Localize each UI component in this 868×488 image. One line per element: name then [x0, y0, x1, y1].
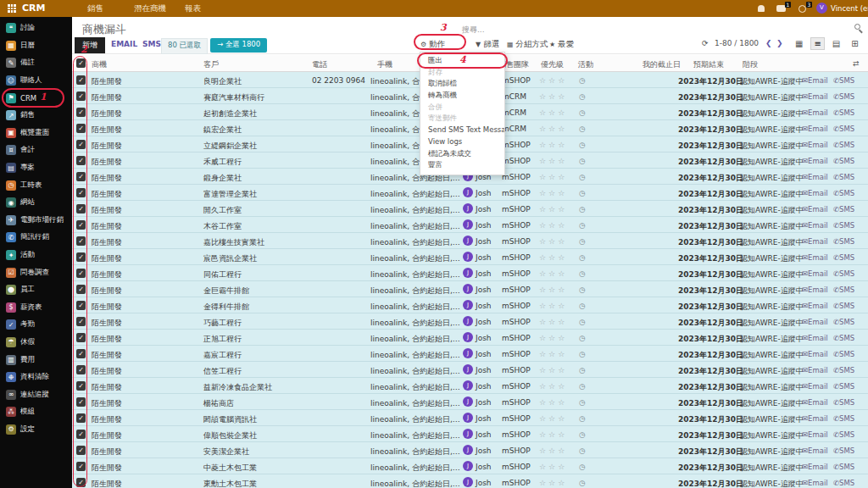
- sidebar-item-modules[interactable]: ⁂模組: [0, 403, 72, 421]
- priority-stars[interactable]: ☆☆☆: [539, 382, 567, 391]
- sms-button[interactable]: ✆SMS: [833, 157, 854, 165]
- activity-icon[interactable]: ◷: [579, 318, 586, 326]
- pager-prev[interactable]: ❮: [765, 39, 772, 47]
- priority-stars[interactable]: ☆☆☆: [539, 334, 567, 342]
- table-row[interactable]: ✓陌生開發東勳土木包工業lineoalink, 合約起始日, 合約到期...JJ…: [72, 474, 868, 488]
- activity-icon[interactable]: ◷: [579, 237, 586, 246]
- priority-stars[interactable]: ☆☆☆: [539, 318, 567, 326]
- table-row[interactable]: ✓陌生開發嘉比樓生技實業社lineoalink, 合約起始日, 合約到期...J…: [72, 233, 868, 249]
- priority-stars[interactable]: ☆☆☆: [539, 221, 567, 230]
- priority-stars[interactable]: ☆☆☆: [539, 205, 567, 214]
- sms-button[interactable]: ✆SMS: [833, 76, 854, 85]
- table-row[interactable]: ✓陌生開發信笠工程行lineoalink, 合約起始日, 合約到期...JJos…: [72, 362, 868, 378]
- sidebar-item-sms-marketing[interactable]: ✆簡訊行銷: [0, 229, 72, 247]
- priority-stars[interactable]: ☆☆☆: [539, 430, 567, 439]
- activity-icon[interactable]: ◷: [579, 334, 586, 342]
- pager-next[interactable]: ❯: [776, 39, 783, 47]
- row-checkbox[interactable]: ✓: [76, 172, 86, 181]
- row-checkbox[interactable]: ✓: [76, 413, 86, 423]
- priority-stars[interactable]: ☆☆☆: [539, 302, 567, 310]
- sidebar-item-timesheets[interactable]: ◷工時表: [0, 176, 72, 194]
- sms-button[interactable]: ✆SMS: [833, 286, 854, 294]
- sidebar-item-website[interactable]: ◉網站: [0, 194, 72, 212]
- groupby-button[interactable]: ▦分組方式: [507, 39, 548, 50]
- row-checkbox[interactable]: ✓: [76, 365, 86, 374]
- sidebar-item-events[interactable]: ✦活動: [0, 247, 72, 264]
- sms-button[interactable]: ✆SMS: [833, 108, 854, 117]
- email-button[interactable]: ✉Email: [802, 221, 828, 230]
- bell-icon[interactable]: [758, 5, 765, 12]
- email-button[interactable]: ✉Email: [802, 253, 828, 262]
- column-header[interactable]: 手機: [377, 59, 392, 70]
- column-header[interactable]: 電話: [312, 59, 327, 70]
- sms-button[interactable]: SMS: [142, 40, 161, 48]
- sidebar-item-dashboards[interactable]: ▣概覽畫面: [0, 125, 72, 142]
- list-view-icon[interactable]: ≡: [810, 37, 824, 50]
- row-checkbox[interactable]: ✓: [76, 140, 86, 149]
- priority-stars[interactable]: ☆☆☆: [539, 125, 567, 133]
- column-header[interactable]: 客戶: [203, 59, 219, 70]
- priority-stars[interactable]: ☆☆☆: [539, 366, 567, 374]
- action-item-封存[interactable]: 封存: [420, 67, 504, 79]
- column-header[interactable]: 活動: [578, 59, 593, 70]
- email-button[interactable]: ✉Email: [802, 350, 828, 358]
- email-button[interactable]: ✉Email: [802, 189, 828, 197]
- row-checkbox[interactable]: ✓: [76, 236, 86, 246]
- priority-stars[interactable]: ☆☆☆: [539, 463, 567, 471]
- row-checkbox[interactable]: ✓: [76, 478, 86, 487]
- activity-icon[interactable]: ◷: [579, 125, 586, 133]
- row-checkbox[interactable]: ✓: [76, 252, 86, 262]
- row-checkbox[interactable]: ✓: [76, 430, 86, 439]
- email-button[interactable]: ✉Email: [802, 108, 828, 117]
- actions-button[interactable]: ⚙動作: [420, 39, 445, 50]
- sidebar-item-discuss[interactable]: ❝討論: [0, 19, 72, 37]
- row-checkbox[interactable]: ✓: [76, 269, 86, 278]
- table-row[interactable]: ✓陌生開發金巨霸牛排館lineoalink, 合約起始日, 合約到期...JJo…: [72, 281, 868, 297]
- action-item-取消歸檔[interactable]: 取消歸檔: [420, 78, 504, 90]
- activity-icon[interactable]: ◷: [579, 205, 586, 214]
- sms-button[interactable]: ✆SMS: [833, 446, 854, 455]
- activity-icon[interactable]: ◷: [579, 92, 586, 101]
- sidebar-item-timeoff[interactable]: ☂休假: [0, 334, 72, 352]
- activity-icon[interactable]: ◷: [579, 286, 586, 294]
- table-row[interactable]: ✓陌生開發金得利牛排館lineoalink, 合約起始日, 合約到期...JJo…: [72, 297, 868, 313]
- sidebar-item-payroll[interactable]: $薪資表: [0, 299, 72, 317]
- table-row[interactable]: ✓陌生開發嘉宸工程行lineoalink, 合約起始日, 合約到期...JJos…: [72, 346, 868, 362]
- sidebar-item-sales[interactable]: ↗銷售: [0, 107, 72, 125]
- table-row[interactable]: ✓陌生開發開久工作室lineoalink, 合約起始日, 合約到期...JJos…: [72, 201, 868, 217]
- sms-button[interactable]: ✆SMS: [833, 414, 854, 423]
- sms-button[interactable]: ✆SMS: [833, 221, 854, 230]
- table-row[interactable]: ✓陌生開發中菱土木包工業lineoalink, 合約起始日, 合約到期...JJ…: [72, 458, 868, 474]
- sms-button[interactable]: ✆SMS: [833, 479, 854, 487]
- table-row[interactable]: ✓陌生開發益新冷凍食品企業社lineoalink, 合約起始日, 合約到期...…: [72, 378, 868, 394]
- priority-stars[interactable]: ☆☆☆: [539, 108, 567, 117]
- sidebar-item-settings[interactable]: ⚙設定: [0, 421, 72, 439]
- user-name[interactable]: Vincent (erp): [831, 4, 868, 13]
- column-header[interactable]: 預期結束: [693, 59, 724, 70]
- email-button[interactable]: ✉Email: [802, 173, 828, 181]
- select-all-button[interactable]: → 全選 1800: [210, 38, 267, 53]
- priority-stars[interactable]: ☆☆☆: [539, 446, 567, 455]
- column-header[interactable]: 商機: [92, 59, 107, 70]
- email-button[interactable]: ✉Email: [802, 398, 828, 407]
- email-button[interactable]: EMAIL: [111, 40, 137, 48]
- email-button[interactable]: ✉Email: [802, 366, 828, 374]
- sms-button[interactable]: ✆SMS: [833, 205, 854, 214]
- email-button[interactable]: ✉Email: [802, 286, 828, 294]
- sms-button[interactable]: ✆SMS: [833, 189, 854, 197]
- activity-icon[interactable]: ◷: [579, 189, 586, 197]
- table-row[interactable]: ✓陌生開發閎頡電腦資訊社lineoalink, 合約起始日, 合約到期...JJ…: [72, 410, 868, 426]
- priority-stars[interactable]: ☆☆☆: [539, 92, 567, 101]
- email-button[interactable]: ✉Email: [802, 446, 828, 455]
- action-item-合併[interactable]: 合併: [420, 102, 504, 114]
- row-checkbox[interactable]: ✓: [76, 188, 86, 197]
- sms-button[interactable]: ✆SMS: [833, 398, 854, 407]
- activity-icon[interactable]: ◷: [579, 269, 586, 278]
- activity-icon[interactable]: ◷: [579, 446, 586, 455]
- action-item-轉為商機[interactable]: 轉為商機: [420, 90, 504, 102]
- row-checkbox[interactable]: ✓: [76, 285, 86, 294]
- action-item-寄送郵件[interactable]: 寄送郵件: [420, 113, 504, 125]
- row-checkbox[interactable]: ✓: [76, 317, 86, 326]
- sidebar-item-notes[interactable]: ✎備註: [0, 54, 72, 72]
- email-button[interactable]: ✉Email: [802, 334, 828, 342]
